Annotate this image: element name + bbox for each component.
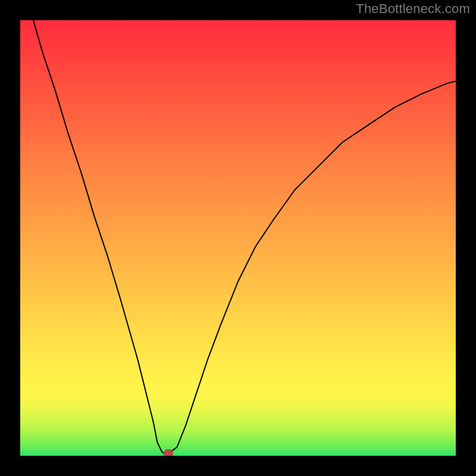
minimum-marker (164, 449, 173, 456)
watermark-text: TheBottleneck.com (356, 1, 470, 17)
chart-frame: TheBottleneck.com (0, 0, 476, 476)
plot-area (20, 20, 456, 456)
bottleneck-curve (20, 20, 456, 456)
